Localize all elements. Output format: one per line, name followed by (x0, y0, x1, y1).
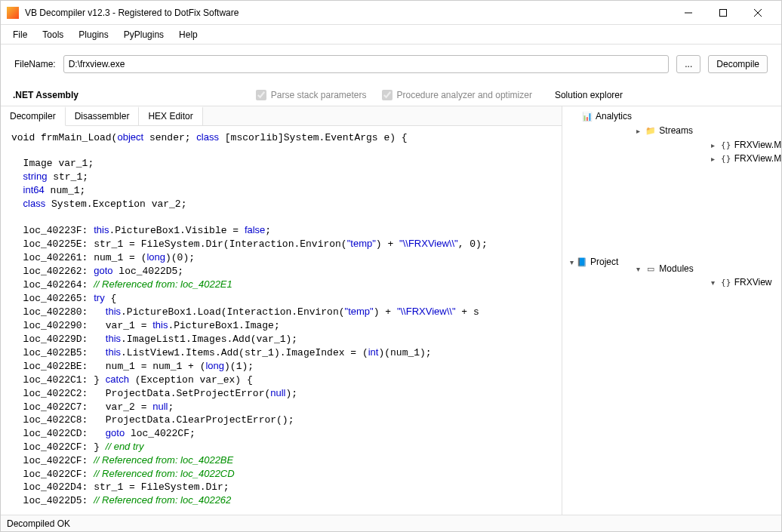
assembly-type-label: .NET Assembly (8, 90, 94, 100)
status-text: Decompiled OK (7, 518, 70, 529)
assembly-row: .NET Assembly Parse stack parameters Pro… (1, 84, 781, 106)
menu-pyplugins[interactable]: PyPlugins (116, 27, 171, 42)
svg-rect-1 (720, 9, 727, 16)
status-bar: Decompiled OK (1, 515, 781, 531)
tree-twisty[interactable]: ▸ (709, 155, 718, 163)
titlebar: VB Decompiler v12.3 - Registered to DotF… (1, 1, 781, 25)
tree-analytics[interactable]: 📊Analytics (579, 110, 635, 122)
browse-button[interactable]: ... (676, 55, 700, 73)
menu-file[interactable]: File (5, 27, 35, 42)
tree-project[interactable]: 📘Project (574, 256, 621, 268)
tree-streams-icon: 📁 (645, 125, 656, 136)
filename-row: FileName: ... Decompile (1, 45, 781, 84)
tab-hex-editor[interactable]: HEX Editor (139, 106, 202, 125)
tree-analytics-icon: 📊 (582, 111, 593, 121)
tree-streams[interactable]: 📁Streams (642, 125, 696, 137)
code-editor[interactable]: void frmMain_Load(object sender; class [… (1, 126, 562, 515)
tree-modules[interactable]: ▭Modules (642, 263, 696, 275)
tab-disassembler[interactable]: Disassembler (66, 106, 140, 125)
tab-decompiler[interactable]: Decompiler (1, 106, 66, 126)
tree-ns-resources[interactable]: {}FRXView.My.Resources (718, 152, 781, 165)
menubar: FileToolsPluginsPyPluginsHelp (1, 25, 781, 45)
filename-input[interactable] (63, 55, 670, 73)
tree-ns-resources-icon: {} (721, 153, 731, 164)
solution-explorer-tree[interactable]: 📊Analytics▾📘Project▸📁Streams▾▭Modules▸{}… (562, 106, 781, 515)
close-button[interactable] (740, 1, 775, 25)
menu-tools[interactable]: Tools (35, 27, 71, 42)
maximize-button[interactable] (706, 1, 740, 25)
app-icon (7, 7, 19, 19)
editor-tabs: DecompilerDisassemblerHEX Editor (1, 106, 562, 126)
tree-ns-frxview[interactable]: {}FRXView (718, 276, 775, 288)
modules-icon: ▭ (645, 263, 656, 274)
tree-ns-my-icon: {} (721, 140, 731, 150)
minimize-button[interactable] (671, 1, 706, 25)
procedure-analyzer-checkbox[interactable]: Procedure analyzer and optimizer (382, 90, 532, 100)
ns-icon: {} (721, 277, 731, 288)
filename-label: FileName: (14, 59, 56, 69)
project-icon: 📘 (577, 257, 587, 267)
parse-stack-checkbox[interactable]: Parse stack parameters (256, 90, 367, 100)
decompile-button[interactable]: Decompile (708, 55, 768, 73)
tree-twisty[interactable]: ▸ (709, 141, 718, 149)
tree-ns-my[interactable]: {}FRXView.My (718, 139, 781, 151)
menu-help[interactable]: Help (171, 27, 205, 42)
menu-plugins[interactable]: Plugins (71, 27, 115, 42)
window-title: VB Decompiler v12.3 - Registered to DotF… (25, 8, 671, 18)
solution-explorer-label: Solution explorer (555, 90, 623, 100)
tree-twisty[interactable]: ▸ (633, 127, 642, 135)
